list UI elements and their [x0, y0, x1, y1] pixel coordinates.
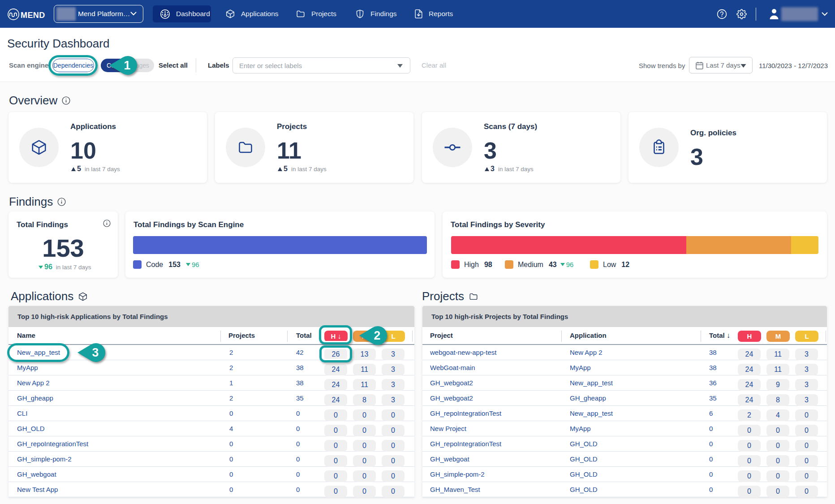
svg-text:2: 2 [374, 329, 380, 342]
svg-text:3: 3 [92, 346, 99, 359]
svg-text:1: 1 [124, 59, 130, 72]
